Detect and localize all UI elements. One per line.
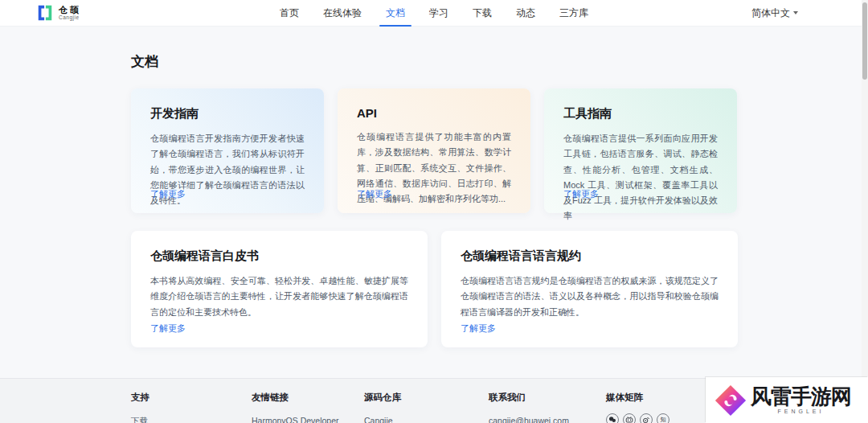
logo-subname: Cangjie bbox=[59, 15, 81, 21]
wechat-icon[interactable] bbox=[606, 413, 619, 423]
top-navbar: 仓颉 Cangjie 首页 在线体验 文档 学习 下载 动态 三方库 简体中文 bbox=[0, 0, 868, 27]
learn-more-link[interactable]: 了解更多 bbox=[461, 322, 496, 335]
footer-col-support: 支持 下载 bbox=[131, 392, 252, 423]
cards-row-2: 仓颉编程语言白皮书 本书将从高效编程、安全可靠、轻松并发、卓越性能、敏捷扩展等维… bbox=[131, 231, 738, 347]
card-spec[interactable]: 仓颉编程语言语言规约 仓颉编程语言语言规约是仓颉编程语言的权威来源，该规范定义了… bbox=[441, 231, 738, 347]
card-api[interactable]: API 仓颉编程语言提供了功能丰富的内置库，涉及数据结构、常用算法、数学计算、正… bbox=[338, 88, 530, 213]
footer-heading: 友情链接 bbox=[252, 392, 364, 404]
card-title: 仓颉编程语言白皮书 bbox=[150, 248, 408, 264]
footer-heading: 源码仓库 bbox=[364, 392, 489, 404]
card-title: API bbox=[357, 106, 511, 120]
footer-link-cangjie-repo[interactable]: Cangjie bbox=[364, 416, 489, 423]
nav-item-home[interactable]: 首页 bbox=[280, 0, 299, 27]
main-nav: 首页 在线体验 文档 学习 下载 动态 三方库 bbox=[0, 0, 868, 26]
nav-item-news[interactable]: 动态 bbox=[516, 0, 535, 27]
vertical-scrollbar[interactable] bbox=[862, 0, 868, 423]
footer-heading: 支持 bbox=[131, 392, 252, 404]
nav-item-thirdparty[interactable]: 三方库 bbox=[559, 0, 588, 27]
footer-heading: 联系我们 bbox=[489, 392, 606, 404]
footer-col-links: 友情链接 HarmonyOS Developer bbox=[252, 392, 364, 423]
footer-col-contact: 联系我们 cangjie@huawei.com bbox=[489, 392, 606, 423]
learn-more-link[interactable]: 了解更多 bbox=[150, 322, 186, 335]
card-whitepaper[interactable]: 仓颉编程语言白皮书 本书将从高效编程、安全可靠、轻松并发、卓越性能、敏捷扩展等维… bbox=[131, 231, 428, 347]
scrollbar-thumb[interactable] bbox=[862, 2, 867, 80]
fenglei-watermark: 风雷手游网 FENGLEI bbox=[706, 377, 868, 423]
page-title: 文档 bbox=[131, 27, 738, 71]
card-dev-guide[interactable]: 开发指南 仓颉编程语言开发指南方便开发者快速了解仓颉编程语言，我们将从标识符开始… bbox=[131, 88, 324, 213]
zhihu-icon[interactable]: 知 bbox=[657, 413, 669, 423]
learn-more-link[interactable]: 了解更多 bbox=[563, 188, 599, 200]
bilibili-icon[interactable] bbox=[623, 413, 636, 423]
language-selector[interactable]: 简体中文 bbox=[751, 6, 832, 20]
language-label: 简体中文 bbox=[751, 6, 790, 20]
footer-heading: 媒体矩阵 bbox=[606, 392, 669, 404]
cangjie-logo[interactable]: 仓颉 Cangjie bbox=[36, 4, 81, 22]
learn-more-link[interactable]: 了解更多 bbox=[357, 188, 392, 200]
footer-contact-email[interactable]: cangjie@huawei.com bbox=[489, 416, 606, 423]
cangjie-logo-icon bbox=[36, 4, 54, 22]
card-description: 仓颉编程语言提供一系列面向应用开发工具链，包括语言服务、调试、静态检查、性能分析… bbox=[563, 131, 718, 224]
footer-link-harmonyos[interactable]: HarmonyOS Developer bbox=[252, 416, 364, 423]
cards-row-1: 开发指南 仓颉编程语言开发指南方便开发者快速了解仓颉编程语言，我们将从标识符开始… bbox=[131, 88, 738, 213]
weibo-icon[interactable] bbox=[640, 413, 653, 423]
fenglei-logo-icon bbox=[714, 384, 747, 417]
chevron-down-icon bbox=[793, 11, 798, 14]
card-description: 本书将从高效编程、安全可靠、轻松并发、卓越性能、敏捷扩展等维度介绍仓颉语言的主要… bbox=[150, 273, 408, 320]
footer-col-media: 媒体矩阵 知 bbox=[606, 392, 669, 423]
learn-more-link[interactable]: 了解更多 bbox=[150, 188, 186, 200]
watermark-subtitle: FENGLEI bbox=[778, 409, 825, 414]
card-title: 仓颉编程语言语言规约 bbox=[461, 248, 719, 264]
footer-col-repo: 源码仓库 Cangjie bbox=[364, 392, 489, 423]
card-title: 开发指南 bbox=[150, 106, 305, 121]
watermark-title: 风雷手游网 bbox=[751, 386, 851, 408]
docs-page: 文档 开发指南 仓颉编程语言开发指南方便开发者快速了解仓颉编程语言，我们将从标识… bbox=[131, 27, 738, 347]
card-description: 仓颉编程语言语言规约是仓颉编程语言的权威来源，该规范定义了仓颉编程语言的语法、语… bbox=[461, 273, 719, 320]
footer-link-download[interactable]: 下载 bbox=[131, 416, 252, 423]
logo-name: 仓颉 bbox=[59, 6, 81, 14]
nav-item-playground[interactable]: 在线体验 bbox=[323, 0, 362, 27]
card-tools-guide[interactable]: 工具指南 仓颉编程语言提供一系列面向应用开发工具链，包括语言服务、调试、静态检查… bbox=[544, 88, 737, 213]
nav-item-docs[interactable]: 文档 bbox=[386, 0, 405, 27]
nav-item-download[interactable]: 下载 bbox=[473, 0, 492, 27]
nav-item-learn[interactable]: 学习 bbox=[429, 0, 448, 27]
card-title: 工具指南 bbox=[563, 106, 718, 121]
social-icons: 知 bbox=[606, 413, 669, 423]
